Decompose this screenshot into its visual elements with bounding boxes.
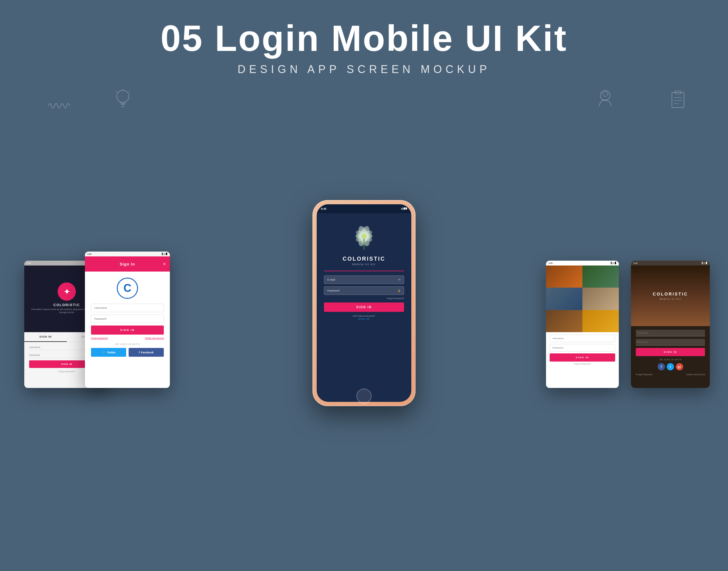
header: 05 Login Mobile UI Kit DESIGN APP SCREEN… (0, 0, 728, 82)
screen4: 9:45 ▐ ))) ▊ SIGN IN Forgot Password? (546, 261, 619, 388)
screen2-twitter-label: Twitter (107, 351, 116, 354)
lock-icon: 🔒 (397, 289, 401, 292)
iphone-brand: COLORISTIC (343, 256, 385, 262)
screen5: 9:45 ▐ ))) ▊ COLORISTIC Mobile UI Kit SI… (631, 261, 710, 388)
iphone-content: COLORISTIC Mobile UI Kit E-Mail ✉ Passwo… (317, 213, 411, 402)
iphone-time: 9:45 (321, 207, 327, 210)
screen5-status-icons: ▐ ))) ▊ (701, 262, 707, 264)
screen4-username-input[interactable] (550, 335, 615, 342)
screen2-close-icon[interactable]: ✕ (163, 261, 166, 266)
screen4-password-input[interactable] (550, 344, 615, 352)
screen5-signin-button[interactable]: SIGN IN (636, 348, 705, 356)
email-icon: ✉ (398, 278, 401, 281)
screen2-links: Forgot password? Create new account (91, 337, 164, 339)
screen5-twitter-button[interactable]: t (667, 363, 674, 370)
photo-cell-5 (546, 310, 582, 332)
screen2-status-bar: 9:45 ▐ ))) ▊ (85, 251, 170, 256)
screen5-social-buttons: f t g+ (636, 363, 705, 370)
iphone-no-account-text: Don't have an account? (353, 315, 375, 317)
screen4-signin-button[interactable]: SIGN IN (550, 353, 615, 362)
iphone-status-icons (401, 207, 407, 210)
screen2-status-icons: ▐ ))) ▊ (161, 253, 167, 255)
screen2-password-input[interactable] (91, 315, 164, 323)
screen5-bottom: SIGN IN OR SING IN WITH f t g+ iForgot P… (631, 326, 710, 388)
screen5-links: iForgot Password Create new account (636, 373, 705, 375)
screen1-logo: ✦ (58, 282, 76, 301)
iphone-kit: Mobile UI Kit (352, 263, 375, 266)
screen2-facebook-label: Facebook (141, 351, 154, 354)
screen4-forgot-password[interactable]: Forgot Password? (550, 363, 615, 365)
screen2-logo-letter: C (123, 282, 131, 295)
iphone-email-input[interactable]: E-Mail ✉ (324, 275, 404, 284)
screens-container: 9:45 ▐ ))) ▊ ✦ COLORISTIC Poor Alice! It… (0, 82, 728, 415)
screen2-forgot-link[interactable]: Forgot password? (91, 337, 108, 339)
screen5-kit: Mobile UI Kit (659, 298, 681, 300)
screen5-username-input[interactable] (636, 330, 705, 336)
iphone-password-input[interactable]: Password 🔒 (324, 287, 404, 295)
screen2-body: C SIGN IN Forgot password? Create new ac… (85, 271, 170, 362)
screen2-facebook-button[interactable]: f Facebook (128, 348, 164, 357)
screen4-photo-grid (546, 265, 619, 332)
iphone-status-bar: 9:45 (317, 204, 411, 213)
screen4-login: SIGN IN Forgot Password? (546, 332, 619, 388)
screen1-tab-signin[interactable]: SIGN IN (24, 332, 67, 342)
screen2-time: 9:45 (87, 253, 92, 255)
screen2-username-input[interactable] (91, 304, 164, 312)
screen4-status-icons: ▐ ))) ▊ (610, 262, 616, 264)
iphone-email-label: E-Mail (327, 278, 335, 281)
screen2-header-title: Sign In (120, 262, 135, 266)
iphone-password-label: Password (327, 289, 340, 292)
screen5-brand: COLORISTIC (653, 292, 688, 297)
page-subtitle: DESIGN APP SCREEN MOCKUP (0, 63, 728, 76)
iphone-screen: 9:45 (317, 204, 411, 402)
page-title: 05 Login Mobile UI Kit (0, 18, 728, 58)
center-phone: 9:45 (312, 200, 416, 406)
screen5-google-button[interactable]: g+ (676, 363, 683, 370)
screen1-time: 9:45 (27, 262, 31, 264)
svg-rect-14 (405, 208, 407, 209)
twitter-icon: 🐦 (102, 350, 106, 354)
photo-cell-2 (582, 265, 619, 288)
iphone-forgot-password[interactable]: Forgot Password? (387, 297, 404, 300)
screen5-time: 9:45 (633, 262, 638, 264)
screen2-logo: C (117, 277, 138, 299)
svg-rect-12 (402, 208, 404, 210)
iphone-home-button[interactable] (356, 388, 372, 404)
screen5-status-bar: 9:45 ▐ ))) ▊ (631, 261, 710, 265)
svg-rect-13 (404, 207, 405, 210)
screen5-facebook-button[interactable]: f (658, 363, 665, 370)
photo-cell-6 (582, 310, 619, 332)
screen4-time: 9:45 (548, 262, 553, 264)
screen2-social-buttons: 🐦 Twitter f Facebook (91, 348, 164, 357)
screen4-status-bar: 9:45 ▐ ))) ▊ (546, 261, 619, 265)
iphone-signin-button[interactable]: SIGN IN (324, 303, 404, 312)
screen5-create-link[interactable]: Create new account (686, 373, 705, 375)
facebook-icon: f (139, 351, 140, 354)
screen5-top: COLORISTIC Mobile UI Kit (631, 265, 710, 326)
iphone-signup-link[interactable]: SING UP (358, 318, 370, 320)
iphone-frame: 9:45 (312, 200, 416, 406)
screen2-twitter-button[interactable]: 🐦 Twitter (91, 348, 126, 357)
iphone-flower (343, 219, 385, 253)
svg-point-20 (362, 234, 366, 238)
screen5-password-input[interactable] (636, 339, 705, 346)
screen1-brand: COLORISTIC (54, 303, 80, 307)
photo-cell-3 (546, 288, 582, 310)
screen2-header: Sign In ✕ (85, 256, 170, 271)
screen2-signin-button[interactable]: SIGN IN (91, 326, 164, 335)
screen5-or-label: OR SING IN WITH (636, 358, 705, 361)
iphone-divider (324, 271, 404, 271)
photo-cell-1 (546, 265, 582, 288)
screen2-or-label: OR SIGN IN WITH (115, 343, 140, 346)
photo-cell-4 (582, 288, 619, 310)
screen5-forgot-link[interactable]: iForgot Password (636, 373, 652, 375)
screen2-create-link[interactable]: Create new account (145, 337, 164, 339)
screen2: 9:45 ▐ ))) ▊ Sign In ✕ C SIGN IN Forgot … (85, 251, 170, 388)
svg-rect-11 (401, 208, 402, 210)
